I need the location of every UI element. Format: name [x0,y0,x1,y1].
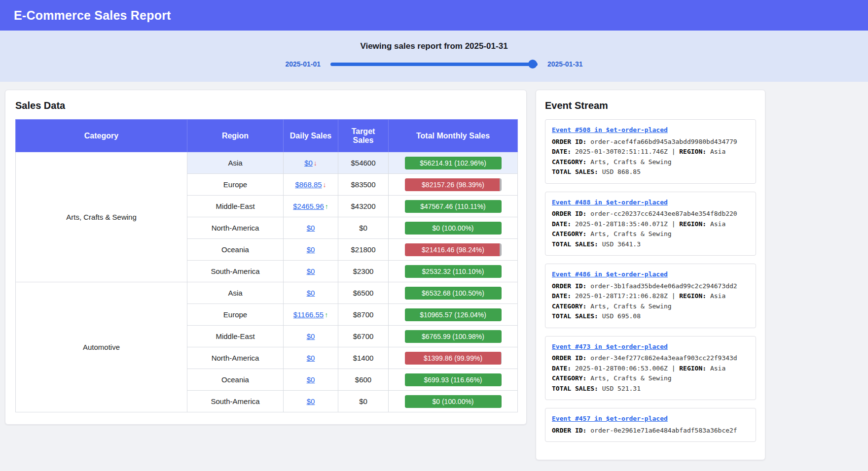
category-label: CATEGORY: [552,158,586,166]
trend-icon: ↑ [325,311,328,319]
page-title: E-Commerce Sales Report [14,8,171,23]
date-value: 2025-01-28T00:06:53.006Z [575,365,668,372]
total-sales-value: USD 3641.3 [602,240,641,248]
date-range-slider-row: 2025-01-01 2025-01-31 [0,60,868,68]
table-row: Arts, Crafts & Sewing Asia $0↓ $54600 $5… [16,152,518,174]
event-card: Event #473 in $et-order-placed ORDER ID:… [545,336,756,401]
event-card: Event #508 in $et-order-placed ORDER ID:… [545,119,756,184]
region-cell: Asia [187,282,284,304]
monthly-badge: $82157.26 (98.39%) [405,178,502,191]
total-sales-value: USD 868.85 [602,168,641,175]
event-stream-heading: Event Stream [545,100,756,111]
order-id-line: ORDER ID: order-0e2961e71a6e484abfadf583… [552,426,749,436]
viewing-heading: Viewing sales report from 2025-01-31 [0,41,868,51]
daily-sales-link[interactable]: $0 [307,224,315,232]
target-cell: $43200 [338,196,389,217]
trend-icon: ↑ [325,202,328,210]
date-region-line: DATE: 2025-01-28T00:06:53.006Z | REGION:… [552,364,749,374]
daily-sales-link[interactable]: $868.85 [295,180,322,189]
trend-icon: ↓ [314,159,317,167]
daily-sales-link[interactable]: $1166.55 [293,310,324,319]
separator: | [672,292,676,300]
daily-sales-link[interactable]: $0 [307,397,315,405]
order-id-line: ORDER ID: order-acef4fa66bd945a3abdd9980… [552,137,749,147]
monthly-cell: $6532.68 (100.50%) [389,282,518,304]
date-label: DATE: [552,292,571,300]
app-header: E-Commerce Sales Report [0,0,868,31]
category-line: CATEGORY: Arts, Crafts & Sewing [552,157,749,168]
category-label: CATEGORY: [552,230,586,237]
monthly-badge: $0 (100.00%) [405,222,502,235]
target-cell: $54600 [338,152,389,174]
daily-sales-link[interactable]: $2465.96 [293,202,324,210]
table-header-row: Category Region Daily Sales Target Sales… [16,120,518,152]
col-header-daily-sales: Daily Sales [284,120,338,152]
monthly-cell: $1399.86 (99.99%) [389,347,518,369]
total-sales-label: TOTAL SALES: [552,312,598,320]
category-value: Arts, Crafts & Sewing [590,374,671,382]
target-cell: $8700 [338,304,389,326]
target-cell: $1400 [338,347,389,369]
badge-label: $10965.57 (126.04%) [405,308,502,321]
daily-sales-link[interactable]: $0 [307,354,315,362]
daily-sales-link[interactable]: $0 [307,267,315,275]
category-line: CATEGORY: Arts, Crafts & Sewing [552,229,749,239]
event-link[interactable]: Event #488 in $et-order-placed [552,198,668,208]
col-header-total-monthly: Total Monthly Sales [389,120,518,152]
badge-label: $6765.99 (100.98%) [405,330,502,343]
order-id-value: order-3b1faad35bde4e06ad99c2c294673dd2 [590,282,737,290]
category-label: CATEGORY: [552,303,586,310]
event-link[interactable]: Event #457 in $et-order-placed [552,414,668,424]
trend-icon: ↓ [323,181,326,189]
region-cell: North-America [187,217,284,239]
date-value: 2025-01-28T18:35:40.071Z [575,220,668,228]
monthly-cell: $10965.57 (126.04%) [389,304,518,326]
monthly-badge: $6765.99 (100.98%) [405,330,502,343]
daily-sales-link[interactable]: $0 [307,245,315,254]
region-cell: Asia [187,152,284,174]
date-slider[interactable] [330,63,538,66]
monthly-cell: $0 (100.00%) [389,391,518,412]
separator: | [672,148,676,155]
event-card: Event #486 in $et-order-placed ORDER ID:… [545,264,756,328]
category-cell: Arts, Crafts & Sewing [16,152,187,282]
slider-min-label: 2025-01-01 [285,60,321,68]
daily-sales-link[interactable]: $0 [304,159,313,167]
daily-sales-link[interactable]: $0 [307,332,315,340]
region-label: REGION: [679,292,706,300]
region-cell: South-America [187,391,284,412]
badge-label: $699.93 (116.66%) [405,373,502,386]
monthly-cell: $82157.26 (98.39%) [389,174,518,196]
event-link[interactable]: Event #486 in $et-order-placed [552,269,668,280]
date-value: 2025-01-30T02:51:11.746Z [575,148,668,155]
region-value: Asia [710,148,725,155]
sales-data-heading: Sales Data [15,100,516,111]
badge-label: $2532.32 (110.10%) [405,265,502,278]
col-header-region: Region [187,120,284,152]
category-value: Arts, Crafts & Sewing [590,303,671,310]
slider-thumb[interactable] [528,60,537,68]
monthly-badge: $6532.68 (100.50%) [405,287,502,300]
target-cell: $6700 [338,326,389,347]
badge-label: $1399.86 (99.99%) [405,352,502,365]
col-header-category: Category [16,120,187,152]
region-cell: Middle-East [187,326,284,347]
total-sales-label: TOTAL SALES: [552,385,598,392]
monthly-badge: $0 (100.00%) [405,395,502,408]
separator: | [672,220,676,228]
monthly-badge: $47567.46 (110.11%) [405,200,502,213]
region-cell: Europe [187,304,284,326]
order-id-value: order-0e2961e71a6e484abfadf583a36bce2f [590,427,737,434]
daily-sales-link[interactable]: $0 [307,289,315,297]
daily-sales-link[interactable]: $0 [307,375,315,384]
separator: | [672,365,676,372]
order-id-line: ORDER ID: order-34ef277c862e4a3eaaf903cc… [552,353,749,364]
event-card: Event #488 in $et-order-placed ORDER ID:… [545,192,756,256]
event-link[interactable]: Event #473 in $et-order-placed [552,342,668,352]
total-sales-line: TOTAL SALES: USD 695.08 [552,311,749,322]
event-link[interactable]: Event #508 in $et-order-placed [552,125,668,135]
order-id-line: ORDER ID: order-cc20237cc62443ee87ab4e35… [552,209,749,219]
monthly-badge: $1399.86 (99.99%) [405,352,502,365]
target-cell: $83500 [338,174,389,196]
order-id-label: ORDER ID: [552,354,586,362]
